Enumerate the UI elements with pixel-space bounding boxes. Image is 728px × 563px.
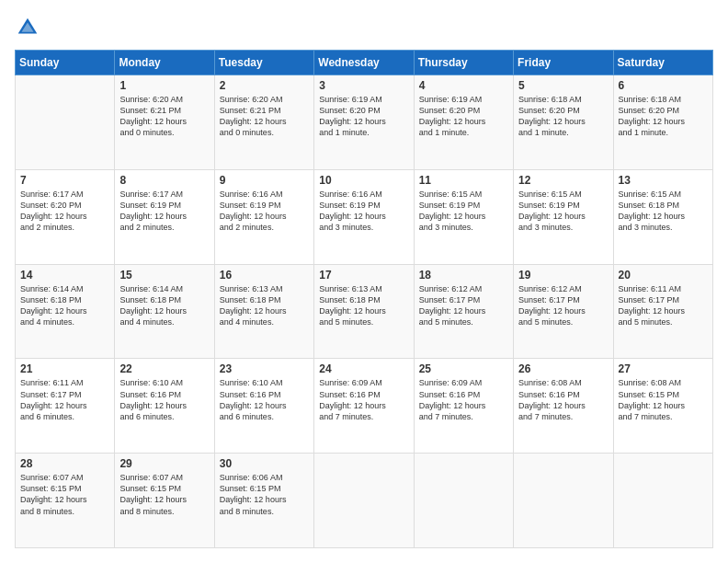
day-number: 25	[419, 362, 508, 375]
day-info: Sunrise: 6:17 AM Sunset: 6:20 PM Dayligh…	[20, 189, 109, 234]
calendar-cell: 25Sunrise: 6:09 AM Sunset: 6:16 PM Dayli…	[414, 359, 513, 454]
header-day-friday: Friday	[514, 51, 613, 75]
day-info: Sunrise: 6:19 AM Sunset: 6:20 PM Dayligh…	[319, 94, 408, 139]
day-info: Sunrise: 6:14 AM Sunset: 6:18 PM Dayligh…	[119, 283, 209, 328]
calendar-cell: 21Sunrise: 6:11 AM Sunset: 6:17 PM Dayli…	[16, 359, 115, 454]
day-number: 19	[518, 269, 608, 282]
day-info: Sunrise: 6:07 AM Sunset: 6:15 PM Dayligh…	[119, 472, 209, 517]
calendar-cell: 10Sunrise: 6:16 AM Sunset: 6:19 PM Dayli…	[314, 169, 414, 264]
calendar-cell: 15Sunrise: 6:14 AM Sunset: 6:18 PM Dayli…	[115, 264, 214, 359]
day-number: 16	[220, 269, 309, 282]
calendar-cell: 30Sunrise: 6:06 AM Sunset: 6:15 PM Dayli…	[214, 454, 313, 548]
calendar-body: 1Sunrise: 6:20 AM Sunset: 6:21 PM Daylig…	[16, 75, 713, 548]
header-row: SundayMondayTuesdayWednesdayThursdayFrid…	[16, 51, 713, 75]
day-number: 15	[119, 269, 209, 282]
day-number: 28	[20, 457, 109, 470]
day-number: 1	[119, 79, 209, 92]
calendar-cell: 4Sunrise: 6:19 AM Sunset: 6:20 PM Daylig…	[414, 75, 513, 170]
calendar-cell: 23Sunrise: 6:10 AM Sunset: 6:16 PM Dayli…	[214, 359, 313, 454]
calendar-cell: 11Sunrise: 6:15 AM Sunset: 6:19 PM Dayli…	[414, 169, 513, 264]
day-number: 12	[518, 174, 608, 187]
header-day-wednesday: Wednesday	[314, 51, 414, 75]
day-info: Sunrise: 6:08 AM Sunset: 6:16 PM Dayligh…	[518, 377, 608, 422]
calendar-cell	[514, 454, 613, 548]
day-number: 8	[119, 174, 209, 187]
header-day-sunday: Sunday	[16, 51, 115, 75]
day-number: 20	[619, 269, 708, 282]
header-day-saturday: Saturday	[613, 51, 712, 75]
calendar-cell: 27Sunrise: 6:08 AM Sunset: 6:15 PM Dayli…	[613, 359, 712, 454]
day-number: 5	[518, 79, 608, 92]
day-info: Sunrise: 6:17 AM Sunset: 6:19 PM Dayligh…	[119, 189, 209, 234]
week-row-4: 28Sunrise: 6:07 AM Sunset: 6:15 PM Dayli…	[16, 454, 713, 548]
day-info: Sunrise: 6:18 AM Sunset: 6:20 PM Dayligh…	[518, 94, 608, 139]
day-number: 24	[319, 362, 408, 375]
day-number: 6	[619, 79, 708, 92]
day-info: Sunrise: 6:18 AM Sunset: 6:20 PM Dayligh…	[619, 94, 708, 139]
calendar-cell: 8Sunrise: 6:17 AM Sunset: 6:19 PM Daylig…	[115, 169, 214, 264]
day-info: Sunrise: 6:13 AM Sunset: 6:18 PM Dayligh…	[220, 283, 309, 328]
day-number: 18	[419, 269, 508, 282]
day-number: 21	[20, 362, 109, 375]
day-number: 13	[619, 174, 708, 187]
calendar-header: SundayMondayTuesdayWednesdayThursdayFrid…	[16, 51, 713, 75]
day-number: 7	[20, 174, 109, 187]
day-number: 14	[20, 269, 109, 282]
day-number: 22	[119, 362, 209, 375]
week-row-2: 14Sunrise: 6:14 AM Sunset: 6:18 PM Dayli…	[16, 264, 713, 359]
day-number: 30	[220, 457, 309, 470]
day-info: Sunrise: 6:15 AM Sunset: 6:19 PM Dayligh…	[419, 189, 508, 234]
calendar-cell	[16, 75, 115, 170]
day-number: 27	[619, 362, 708, 375]
calendar-cell: 26Sunrise: 6:08 AM Sunset: 6:16 PM Dayli…	[514, 359, 613, 454]
page: SundayMondayTuesdayWednesdayThursdayFrid…	[0, 0, 728, 563]
day-info: Sunrise: 6:20 AM Sunset: 6:21 PM Dayligh…	[220, 94, 309, 139]
day-info: Sunrise: 6:16 AM Sunset: 6:19 PM Dayligh…	[220, 189, 309, 234]
calendar-cell: 29Sunrise: 6:07 AM Sunset: 6:15 PM Dayli…	[115, 454, 214, 548]
calendar-cell: 13Sunrise: 6:15 AM Sunset: 6:18 PM Dayli…	[613, 169, 712, 264]
calendar-table: SundayMondayTuesdayWednesdayThursdayFrid…	[15, 50, 713, 548]
day-info: Sunrise: 6:11 AM Sunset: 6:17 PM Dayligh…	[619, 283, 708, 328]
calendar-cell: 3Sunrise: 6:19 AM Sunset: 6:20 PM Daylig…	[314, 75, 414, 170]
day-info: Sunrise: 6:15 AM Sunset: 6:18 PM Dayligh…	[619, 189, 708, 234]
week-row-0: 1Sunrise: 6:20 AM Sunset: 6:21 PM Daylig…	[16, 75, 713, 170]
calendar-cell: 7Sunrise: 6:17 AM Sunset: 6:20 PM Daylig…	[16, 169, 115, 264]
day-info: Sunrise: 6:11 AM Sunset: 6:17 PM Dayligh…	[20, 377, 109, 422]
day-info: Sunrise: 6:14 AM Sunset: 6:18 PM Dayligh…	[20, 283, 109, 328]
day-number: 2	[220, 79, 309, 92]
day-info: Sunrise: 6:09 AM Sunset: 6:16 PM Dayligh…	[319, 377, 408, 422]
day-info: Sunrise: 6:08 AM Sunset: 6:15 PM Dayligh…	[619, 377, 708, 422]
day-number: 23	[220, 362, 309, 375]
day-number: 9	[220, 174, 309, 187]
calendar-cell: 22Sunrise: 6:10 AM Sunset: 6:16 PM Dayli…	[115, 359, 214, 454]
calendar-cell: 28Sunrise: 6:07 AM Sunset: 6:15 PM Dayli…	[16, 454, 115, 548]
calendar-cell: 14Sunrise: 6:14 AM Sunset: 6:18 PM Dayli…	[16, 264, 115, 359]
day-number: 10	[319, 174, 408, 187]
day-info: Sunrise: 6:19 AM Sunset: 6:20 PM Dayligh…	[419, 94, 508, 139]
day-number: 26	[518, 362, 608, 375]
calendar-cell: 19Sunrise: 6:12 AM Sunset: 6:17 PM Dayli…	[514, 264, 613, 359]
calendar-cell: 2Sunrise: 6:20 AM Sunset: 6:21 PM Daylig…	[214, 75, 313, 170]
day-info: Sunrise: 6:20 AM Sunset: 6:21 PM Dayligh…	[119, 94, 209, 139]
day-info: Sunrise: 6:10 AM Sunset: 6:16 PM Dayligh…	[220, 377, 309, 422]
week-row-1: 7Sunrise: 6:17 AM Sunset: 6:20 PM Daylig…	[16, 169, 713, 264]
logo	[15, 15, 44, 40]
day-info: Sunrise: 6:12 AM Sunset: 6:17 PM Dayligh…	[419, 283, 508, 328]
week-row-3: 21Sunrise: 6:11 AM Sunset: 6:17 PM Dayli…	[16, 359, 713, 454]
day-info: Sunrise: 6:16 AM Sunset: 6:19 PM Dayligh…	[319, 189, 408, 234]
calendar-cell: 18Sunrise: 6:12 AM Sunset: 6:17 PM Dayli…	[414, 264, 513, 359]
day-info: Sunrise: 6:13 AM Sunset: 6:18 PM Dayligh…	[319, 283, 408, 328]
day-number: 4	[419, 79, 508, 92]
day-info: Sunrise: 6:09 AM Sunset: 6:16 PM Dayligh…	[419, 377, 508, 422]
day-info: Sunrise: 6:15 AM Sunset: 6:19 PM Dayligh…	[518, 189, 608, 234]
calendar-cell	[613, 454, 712, 548]
calendar-cell: 24Sunrise: 6:09 AM Sunset: 6:16 PM Dayli…	[314, 359, 414, 454]
day-info: Sunrise: 6:12 AM Sunset: 6:17 PM Dayligh…	[518, 283, 608, 328]
calendar-cell: 5Sunrise: 6:18 AM Sunset: 6:20 PM Daylig…	[514, 75, 613, 170]
calendar-cell: 12Sunrise: 6:15 AM Sunset: 6:19 PM Dayli…	[514, 169, 613, 264]
header-day-monday: Monday	[115, 51, 214, 75]
day-number: 11	[419, 174, 508, 187]
header	[15, 15, 713, 40]
calendar-cell	[314, 454, 414, 548]
calendar-cell	[414, 454, 513, 548]
